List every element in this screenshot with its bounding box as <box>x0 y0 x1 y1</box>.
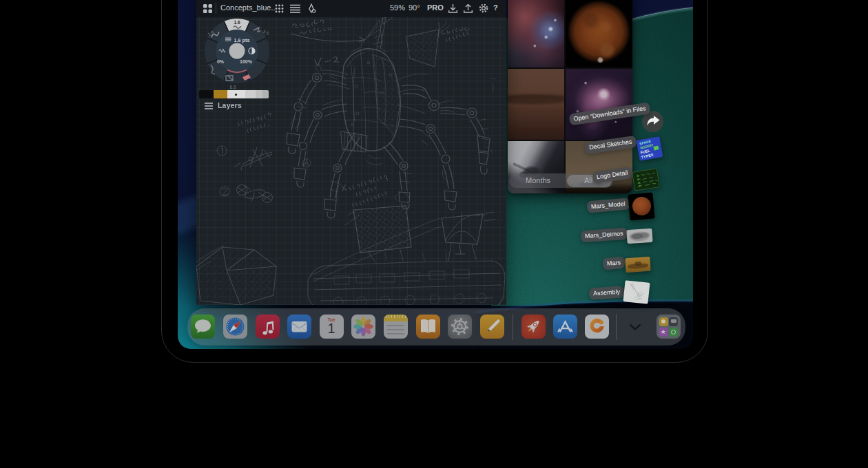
svg-text:6.8: 6.8 <box>229 85 236 89</box>
svg-text:1.6 pts: 1.6 pts <box>234 37 250 43</box>
svg-text:0%: 0% <box>217 59 225 64</box>
svg-text:1.6: 1.6 <box>234 20 240 25</box>
svg-text:100%: 100% <box>240 59 253 64</box>
